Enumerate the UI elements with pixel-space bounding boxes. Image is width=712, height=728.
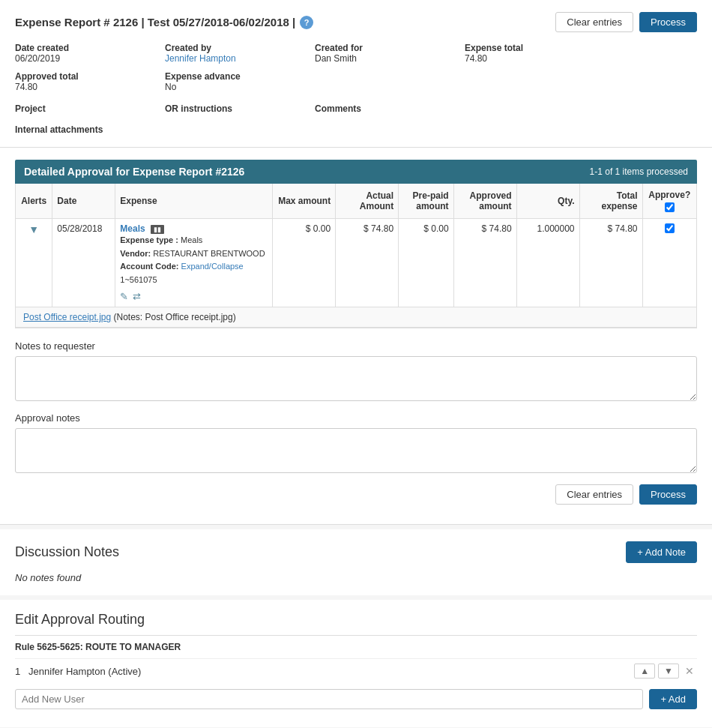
expense-advance-value: No	[165, 82, 285, 92]
routing-rule-label: Rule 5625-5625: ROUTE TO MANAGER	[15, 642, 697, 652]
col-header-approved-amount: Approved amount	[453, 184, 516, 219]
col-header-alerts: Alerts	[16, 184, 52, 219]
refresh-icon[interactable]: ⇄	[133, 291, 141, 302]
approve-checkbox[interactable]	[665, 223, 675, 233]
alert-cell: ▼	[16, 219, 52, 307]
header-actions: Clear entries Process	[555, 12, 697, 32]
expense-total-label: Expense total	[465, 43, 585, 53]
approved-total-label: Approved total	[15, 71, 135, 82]
add-note-button[interactable]: + Add Note	[626, 541, 697, 563]
approval-items-count: 1-1 of 1 items processed	[590, 166, 688, 177]
account-code-label: Account Code:	[120, 262, 181, 271]
routing-up-button[interactable]: ▲	[634, 664, 655, 679]
meta-row2: Project OR instructions Comments	[15, 103, 697, 120]
discussion-title: Discussion Notes	[15, 544, 119, 560]
receipt-notes: (Notes: Post Office receipt.jpg)	[114, 312, 236, 322]
approval-section: Detailed Approval for Expense Report #21…	[0, 148, 712, 525]
col-header-approve: Approve?	[642, 184, 696, 219]
col-header-prepaid-amount: Pre-paid amount	[399, 184, 453, 219]
no-notes-text: No notes found	[15, 572, 697, 583]
notes-section: Notes to requester Approval notes Clear …	[15, 328, 697, 512]
table-row: ▼ 05/28/2018 Meals ▮▮ Expense type : Mea…	[16, 219, 696, 307]
approval-notes-label: Approval notes	[15, 412, 697, 424]
date-created-value: 06/20/2019	[15, 53, 135, 64]
bottom-process-button[interactable]: Process	[639, 484, 697, 505]
col-header-max-amount: Max amount	[273, 184, 336, 219]
created-by-label: Created by	[165, 43, 285, 53]
approved-total-group: Approved total 74.80	[15, 71, 135, 92]
expense-total-value: 74.80	[465, 53, 585, 64]
comments-label: Comments	[315, 103, 361, 114]
col-header-expense: Expense	[115, 184, 273, 219]
internal-attachments-label: Internal attachments	[15, 124, 697, 135]
project-label: Project	[15, 103, 46, 114]
account-code-expand-link[interactable]: Expand/Collapse	[181, 262, 244, 271]
notes-to-requester-label: Notes to requester	[15, 340, 697, 352]
expense-advance-group: Expense advance No	[165, 71, 285, 92]
or-instructions-group: OR instructions	[165, 103, 285, 114]
routing-controls: ▲ ▼ ✕	[634, 664, 697, 679]
approval-table-title: Detailed Approval for Expense Report #21…	[24, 166, 244, 178]
expense-name-link[interactable]: Meals	[120, 223, 145, 234]
max-amount-cell: $ 0.00	[273, 219, 336, 307]
discussion-section: Discussion Notes + Add Note No notes fou…	[0, 525, 712, 595]
col-header-total-expense: Total expense	[579, 184, 642, 219]
header-section: Expense Report # 2126 | Test 05/27/2018-…	[0, 0, 712, 148]
expense-card-icon: ▮▮	[151, 225, 164, 234]
page-title: Expense Report # 2126 | Test 05/27/2018-…	[15, 16, 295, 28]
approval-notes-textarea[interactable]	[15, 428, 697, 473]
created-for-label: Created for	[315, 43, 435, 53]
created-by-value: Jennifer Hampton	[165, 53, 285, 64]
approve-cell	[642, 219, 696, 307]
date-created-label: Date created	[15, 43, 135, 53]
created-for-group: Created for Dan Smith	[315, 43, 435, 64]
notes-to-requester-textarea[interactable]	[15, 356, 697, 401]
add-user-button[interactable]: + Add	[649, 689, 697, 709]
receipt-link[interactable]: Post Office receipt.jpg	[23, 312, 111, 322]
routing-remove-button[interactable]: ✕	[682, 665, 697, 677]
routing-section: Edit Approval Routing Rule 5625-5625: RO…	[0, 595, 712, 727]
routing-user-info: 1 Jennifer Hampton (Active)	[15, 666, 141, 677]
date-created-group: Date created 06/20/2019	[15, 43, 135, 64]
expense-detail: Expense type : Meals Vendor: RESTAURANT …	[120, 234, 268, 286]
project-group: Project	[15, 103, 135, 114]
process-button[interactable]: Process	[639, 12, 697, 32]
add-user-row: + Add	[15, 689, 697, 709]
created-by-group: Created by Jennifer Hampton	[165, 43, 285, 64]
alert-down-icon: ▼	[28, 223, 39, 235]
approved-amount-cell: $ 74.80	[453, 219, 516, 307]
routing-title: Edit Approval Routing	[15, 612, 697, 628]
created-for-value: Dan Smith	[315, 53, 435, 64]
receipt-cell: Post Office receipt.jpg (Notes: Post Off…	[16, 307, 696, 328]
help-icon[interactable]: ?	[300, 16, 313, 29]
receipt-row: Post Office receipt.jpg (Notes: Post Off…	[16, 307, 696, 328]
total-expense-cell: $ 74.80	[579, 219, 642, 307]
add-user-input[interactable]	[15, 689, 643, 709]
vendor-label: Vendor:	[120, 249, 153, 258]
expense-action-icons: ✎ ⇄	[120, 291, 268, 302]
clear-entries-button[interactable]: Clear entries	[555, 12, 633, 32]
header-meta: Date created 06/20/2019 Created by Jenni…	[15, 43, 697, 100]
expense-total-group: Expense total 74.80	[465, 43, 585, 64]
col-header-date: Date	[52, 184, 115, 219]
prepaid-amount-cell: $ 0.00	[399, 219, 453, 307]
routing-down-button[interactable]: ▼	[658, 664, 679, 679]
routing-user-row: 1 Jennifer Hampton (Active) ▲ ▼ ✕	[15, 658, 697, 683]
comments-group: Comments	[315, 103, 435, 114]
expense-type-label: Expense type :	[120, 235, 181, 244]
approval-table: Alerts Date Expense Max amount Actual Am…	[16, 184, 696, 328]
edit-icon[interactable]: ✎	[120, 291, 128, 302]
approve-all-checkbox[interactable]	[665, 202, 675, 212]
approved-total-value: 74.80	[15, 82, 135, 92]
approval-table-wrapper: Alerts Date Expense Max amount Actual Am…	[15, 184, 697, 328]
approval-header: Detailed Approval for Expense Report #21…	[15, 160, 697, 184]
actual-amount-cell: $ 74.80	[336, 219, 399, 307]
col-header-qty: Qty.	[516, 184, 579, 219]
col-header-actual-amount: Actual Amount	[336, 184, 399, 219]
expense-advance-label: Expense advance	[165, 71, 285, 82]
expense-cell: Meals ▮▮ Expense type : Meals Vendor: RE…	[115, 219, 273, 307]
qty-cell: 1.000000	[516, 219, 579, 307]
date-cell: 05/28/2018	[52, 219, 115, 307]
bottom-clear-entries-button[interactable]: Clear entries	[555, 484, 633, 505]
routing-rule: Rule 5625-5625: ROUTE TO MANAGER 1 Jenni…	[15, 635, 697, 715]
